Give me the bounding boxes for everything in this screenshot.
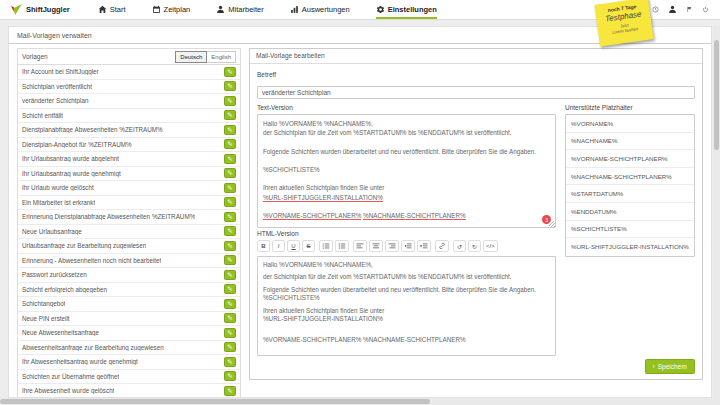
pencil-icon: ✎ [227, 300, 232, 308]
nav-item-zeitplan[interactable]: Zeitplan [152, 0, 191, 19]
placeholder-item[interactable]: %SCHICHTLISTE% [566, 221, 694, 239]
save-button[interactable]: › Speichern [645, 359, 695, 374]
strikethrough-button[interactable]: S [302, 240, 315, 252]
template-row: Neue PIN erstellt✎ [18, 312, 240, 327]
edit-template-button[interactable]: ✎ [224, 81, 236, 91]
edit-template-button[interactable]: ✎ [224, 125, 236, 135]
edit-template-button[interactable]: ✎ [224, 168, 236, 178]
template-row: Schichtplan veröffentlicht✎ [18, 80, 240, 95]
code-button[interactable]: </> [483, 240, 498, 252]
subject-input[interactable] [257, 86, 695, 99]
link-button[interactable] [435, 240, 449, 252]
placeholder-item[interactable]: %ENDDATUM% [566, 203, 694, 221]
align-left-button[interactable] [353, 240, 367, 252]
nav-item-auswertungen[interactable]: Auswertungen [290, 0, 350, 19]
trial-note[interactable]: noch 7 Tage Testphase Jetzt Lizenz buche… [594, 0, 653, 47]
flag-icon[interactable] [686, 6, 693, 13]
horizontal-scrollbar[interactable] [0, 398, 720, 405]
edit-template-button[interactable]: ✎ [224, 183, 236, 193]
vertical-scrollbar-thumb[interactable] [714, 40, 719, 150]
redo-button[interactable]: ↻ [468, 240, 481, 252]
pencil-icon: ✎ [227, 111, 232, 119]
template-label: Dienstplanabfrage Abwesenheiten %ZEITRAU… [22, 126, 163, 133]
pencil-icon: ✎ [227, 285, 232, 293]
text-version-textarea[interactable]: Hallo %VORNAME% %NACHNAME%,der Schichtpl… [257, 114, 556, 228]
html-line: %VORNAME-SCHICHTPLANER% %NACHNAME-SCHICH… [263, 336, 550, 344]
underline-button[interactable]: U [287, 240, 300, 252]
edit-template-button[interactable]: ✎ [224, 386, 236, 396]
placeholder-item[interactable]: %VORNAME-SCHICHTPLANER% [566, 150, 694, 168]
pencil-icon: ✎ [227, 329, 232, 337]
toolbar-group: BIUS [257, 240, 315, 252]
template-label: Urlaubsanfrage zur Bearbeitung zugewiese… [22, 242, 146, 249]
template-row: Ihr Urlaubsantrag wurde abgelehnt✎ [18, 152, 240, 167]
nav-item-einstellungen[interactable]: Einstellungen [376, 0, 437, 19]
clock-icon[interactable] [652, 6, 659, 13]
pencil-icon: ✎ [227, 256, 232, 264]
horizontal-scrollbar-thumb[interactable] [0, 399, 430, 404]
template-label: Neue Urlaubsanfrage [22, 228, 82, 235]
text-version-label: Text-Version [257, 104, 556, 111]
edit-template-button[interactable]: ✎ [224, 270, 236, 280]
text-line [263, 202, 550, 211]
placeholder-item[interactable]: %URL-SHIFTJUGGLER-INSTALLATION% [566, 238, 694, 256]
outdent-button[interactable] [401, 240, 415, 252]
text-line [263, 174, 550, 183]
edit-template-button[interactable]: ✎ [224, 226, 236, 236]
user-icon[interactable] [668, 5, 677, 14]
italic-button[interactable]: I [272, 240, 285, 252]
edit-template-button[interactable]: ✎ [224, 255, 236, 265]
vertical-scrollbar[interactable] [713, 26, 720, 398]
template-label: Ein Mitarbeiter ist erkrankt [22, 199, 95, 206]
edit-template-button[interactable]: ✎ [224, 96, 236, 106]
edit-template-button[interactable]: ✎ [224, 212, 236, 222]
ordered-list-button[interactable] [335, 240, 349, 252]
power-icon[interactable] [702, 6, 709, 13]
html-version-label: HTML-Version [257, 230, 556, 237]
pencil-icon: ✎ [227, 314, 232, 322]
template-label: Ihre Abwesenheit wurde gelöscht [22, 387, 114, 394]
nav-label: Mitarbeiter [228, 5, 263, 14]
edit-template-button[interactable]: ✎ [224, 197, 236, 207]
align-right-button[interactable] [385, 240, 399, 252]
spellcheck-underline: %VORNAME-SCHICHTPLANER% [263, 212, 361, 220]
edit-template-button[interactable]: ✎ [224, 299, 236, 309]
edit-template-button[interactable]: ✎ [224, 328, 236, 338]
template-label: Erinnerung - Abwesenheiten noch nicht be… [22, 257, 161, 264]
edit-template-button[interactable]: ✎ [224, 342, 236, 352]
template-label: Ihr Urlaubsantrag wurde genehmigt [22, 170, 121, 177]
edit-template-button[interactable]: ✎ [224, 67, 236, 77]
save-label: Speichern [658, 363, 687, 370]
template-list: Ihr Account bei ShiftJuggler✎Schichtplan… [18, 65, 240, 397]
template-label: veränderter Schichtplan [22, 97, 89, 104]
spellcheck-badge[interactable]: 3 [542, 215, 551, 224]
indent-button[interactable] [417, 240, 431, 252]
nav-label: Zeitplan [164, 5, 191, 14]
edit-template-button[interactable]: ✎ [224, 371, 236, 381]
template-row: Ein Mitarbeiter ist erkrankt✎ [18, 196, 240, 211]
placeholder-item[interactable]: %NACHNAME-SCHICHTPLANER% [566, 168, 694, 186]
placeholder-item[interactable]: %NACHNAME% [566, 133, 694, 151]
edit-template-button[interactable]: ✎ [224, 241, 236, 251]
richtext-toolbar: BIUS↺↻</> [257, 240, 556, 252]
template-row: Schicht erfolgreich abgegeben✎ [18, 283, 240, 298]
html-version-textarea[interactable]: Hallo %VORNAME% %NACHNAME%,der Schichtpl… [257, 256, 556, 356]
edit-template-button[interactable]: ✎ [224, 357, 236, 367]
edit-template-button[interactable]: ✎ [224, 284, 236, 294]
edit-template-button[interactable]: ✎ [224, 313, 236, 323]
bold-button[interactable]: B [257, 240, 270, 252]
language-toggle-english[interactable]: English [206, 51, 236, 63]
undo-button[interactable]: ↺ [453, 240, 466, 252]
edit-template-button[interactable]: ✎ [224, 139, 236, 149]
placeholder-item[interactable]: %VORNAME% [566, 115, 694, 133]
placeholder-item[interactable]: %STARTDATUM% [566, 185, 694, 203]
edit-template-button[interactable]: ✎ [224, 110, 236, 120]
edit-template-button[interactable]: ✎ [224, 154, 236, 164]
unordered-list-button[interactable] [319, 240, 333, 252]
nav-item-start[interactable]: Start [98, 0, 126, 19]
language-toggle-deutsch[interactable]: Deutsch [175, 51, 207, 63]
align-center-button[interactable] [369, 240, 383, 252]
brand-logo[interactable]: ShiftJuggler [10, 3, 70, 16]
html-line: %SCHICHTLISTE% [263, 294, 550, 302]
nav-item-mitarbeiter[interactable]: Mitarbeiter [216, 0, 263, 19]
